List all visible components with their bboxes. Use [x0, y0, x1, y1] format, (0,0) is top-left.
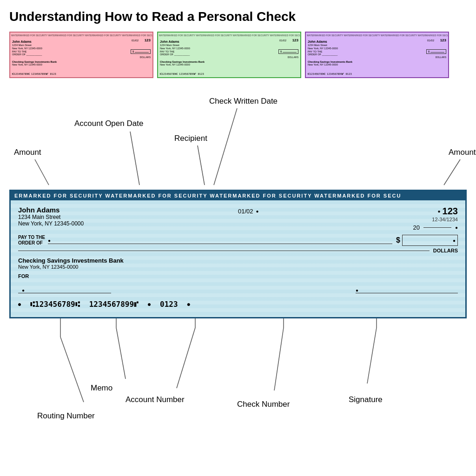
mini-check-purple-watermark: WATERMARKED FOR SECURITY WATERMARKED FOR…	[306, 34, 448, 37]
page-title: Understanding How to Read a Personal Che…	[9, 9, 467, 24]
micr-routing: ⑆123456789⑆	[30, 300, 80, 309]
mini-check-purple-payto: PAY TO THEORDER OF ___________	[308, 50, 337, 56]
check-body: John Adams 1234 Main Street New York, NY…	[11, 200, 465, 317]
svg-line-6	[60, 337, 84, 402]
dollars-full-line	[18, 251, 430, 251]
payto-row: PAY TO THEORDER OF ● $ ●	[18, 235, 458, 246]
check-date-dot2: ●	[455, 225, 458, 230]
check-number-dot-icon: ●	[438, 209, 441, 214]
micr-account-dot: ●	[148, 302, 151, 307]
mini-check-pink-bank: Checking Savings Investments BankNew Yor…	[12, 60, 57, 66]
check-watermark-strip: ERMARKED FOR SECURITY WATERMARKED FOR SE…	[11, 191, 465, 200]
check-date-area: ● 123 12-34/1234 20 ●	[413, 206, 458, 231]
mini-check-pink-addr1: 1234 Main Street	[12, 44, 151, 46]
payto-dot: ●	[48, 238, 51, 243]
mini-check-purple-bank: Checking Savings Investments BankNew Yor…	[308, 60, 352, 66]
check-number-label: Check Number	[237, 400, 290, 409]
check-date-underline	[423, 227, 451, 228]
check-date-20: 20	[413, 224, 419, 231]
svg-line-10	[177, 328, 195, 388]
mini-check-pink-watermark: WATERMARKED FOR SECURITY WATERMARKED FOR…	[10, 34, 152, 37]
check-written-date-label: Check Written Date	[209, 97, 278, 106]
mini-check-green-amount: $	[278, 49, 298, 54]
svg-line-8	[116, 328, 126, 379]
mini-check-green-payto: PAY TO THEORDER OF ___________	[160, 50, 190, 56]
check-addr1: 1234 Main Street	[18, 214, 84, 220]
mini-check-purple-dollars: DOLLARS	[436, 56, 446, 59]
svg-line-14	[367, 328, 377, 383]
mini-check-green-date: 01/02	[279, 39, 286, 42]
amount-input-box: ●	[402, 235, 458, 246]
bottom-annotation-area: Routing Number Memo Account Number Check…	[9, 318, 467, 430]
check-date-dot: ●	[256, 209, 259, 214]
account-open-date-label: Account Open Date	[74, 119, 143, 128]
top-annotation-area: Check Written Date Account Open Date Rec…	[9, 87, 467, 190]
mini-check-pink-name: John Adams	[12, 40, 151, 43]
bank-address: New York, NY 12345-0000	[18, 264, 458, 270]
account-number-label: Account Number	[126, 395, 185, 404]
signature-dot: ●	[356, 288, 358, 293]
mini-check-green-addr2: New York, NY 12345-0000	[160, 47, 298, 50]
micr-end-dot: ●	[187, 302, 190, 307]
recipient-label: Recipient	[174, 134, 207, 143]
mini-checks-row: WATERMARKED FOR SECURITY WATERMARKED FOR…	[9, 32, 467, 78]
svg-line-1	[130, 132, 139, 185]
mini-check-green-number: 123	[292, 38, 298, 42]
mini-check-pink-addr2: New York, NY 12345-0000	[12, 47, 151, 50]
mini-check-green-name: John Adams	[160, 40, 298, 43]
amount-left-label: Amount	[14, 148, 41, 157]
for-dot: ●	[22, 288, 25, 293]
mini-check-pink-date: 01/02	[132, 39, 139, 42]
svg-line-3	[35, 159, 49, 185]
for-section: FOR ●	[18, 273, 238, 293]
mini-check-pink-dollars: DOLLARS	[140, 56, 151, 59]
mini-check-green-dollars: DOLLARS	[288, 56, 298, 59]
check-addr2: New York, NY 12345-0000	[18, 220, 84, 227]
payto-line: ●	[48, 237, 392, 244]
micr-start-dot: ●	[18, 302, 21, 307]
svg-line-12	[274, 328, 284, 390]
check-name-address: John Adams 1234 Main Street New York, NY…	[18, 206, 84, 227]
amount-right-label: Amount	[449, 148, 476, 157]
mini-check-pink-amount: $	[131, 49, 151, 54]
mini-check-purple-number: 123	[440, 38, 446, 42]
dollars-label: DOLLARS	[433, 248, 458, 253]
mini-check-purple-amount: $	[426, 49, 446, 54]
check-frac-number: 12-34/1234	[432, 217, 458, 222]
mini-check-purple-addr2: New York, NY 12345-0000	[308, 47, 446, 50]
for-label: FOR	[18, 273, 238, 279]
mini-check-pink-payto: PAY TO THEORDER OF ___________	[12, 50, 42, 56]
mini-check-green: WATERMARKED FOR SECURITY WATERMARKED FOR…	[157, 32, 301, 78]
micr-check-number: 0123	[160, 300, 178, 309]
mini-check-green-watermark: WATERMARKED FOR SECURITY WATERMARKED FOR…	[158, 34, 300, 37]
routing-number-label: Routing Number	[37, 411, 95, 421]
check-date-value: 01/02	[238, 208, 253, 215]
main-check: ERMARKED FOR SECURITY WATERMARKED FOR SE…	[9, 190, 467, 318]
mini-check-pink-number: 123	[145, 38, 151, 42]
micr-row: ● ⑆123456789⑆ 1234567899⑈ ● 0123 ●	[18, 297, 458, 311]
check-header: John Adams 1234 Main Street New York, NY…	[18, 206, 458, 231]
micr-account: 1234567899⑈	[89, 300, 139, 309]
check-date-line: 20 ●	[413, 224, 458, 231]
mini-check-green-micr: ⑆123456789⑆ 1234567899⑈ 0123	[160, 73, 204, 75]
for-line: ●	[18, 284, 111, 293]
amount-dot: ●	[453, 238, 456, 243]
mini-check-green-addr1: 1234 Main Street	[160, 44, 298, 46]
amount-box: $ ●	[396, 235, 458, 246]
check-number: 123	[443, 206, 458, 217]
mini-check-purple-micr: ⑆123456789⑆ 1234567899⑈ 0123	[308, 73, 352, 75]
dollar-sign: $	[396, 236, 400, 245]
mini-check-purple-name: John Adams	[308, 40, 446, 43]
svg-line-2	[198, 145, 205, 185]
svg-line-0	[214, 108, 237, 185]
svg-line-4	[444, 159, 460, 185]
signature-line: ●	[356, 284, 458, 293]
signature-section: ●	[238, 279, 458, 293]
mini-check-pink: WATERMARKED FOR SECURITY WATERMARKED FOR…	[9, 32, 153, 78]
mini-check-green-bank: Checking Savings Investments BankNew Yor…	[160, 60, 205, 66]
check-name: John Adams	[18, 206, 84, 214]
bank-name: Checking Savings Investments Bank	[18, 257, 458, 264]
mini-check-purple: WATERMARKED FOR SECURITY WATERMARKED FOR…	[305, 32, 449, 78]
bank-section: Checking Savings Investments Bank New Yo…	[18, 257, 458, 270]
mini-check-purple-date: 01/02	[427, 39, 434, 42]
